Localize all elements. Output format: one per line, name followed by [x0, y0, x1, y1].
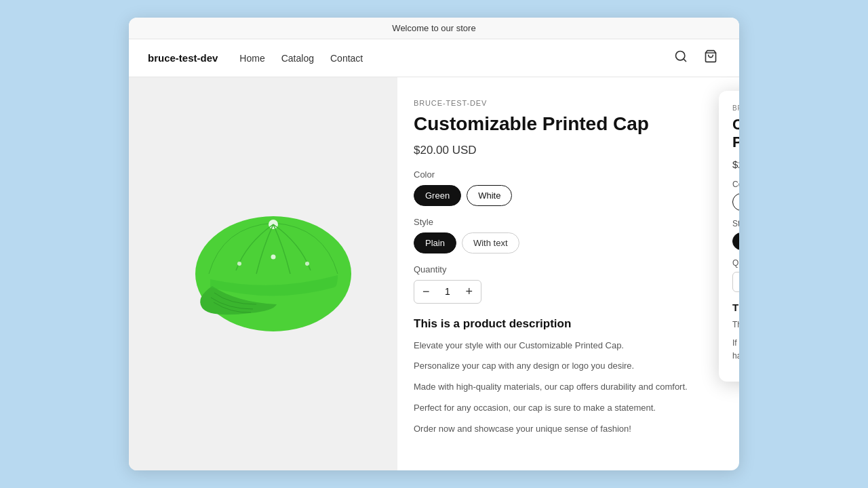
nav-link-home[interactable]: Home	[239, 53, 264, 64]
product-image-section	[129, 77, 397, 470]
quantity-control: − 1 +	[414, 280, 481, 304]
nav-link-contact[interactable]: Contact	[330, 53, 363, 64]
product-desc-p4: Perfect for any occasion, our cap is sur…	[414, 401, 723, 415]
product-desc-heading: This is a product description	[414, 317, 723, 331]
cart-button[interactable]	[701, 47, 720, 69]
color-options: Green White	[414, 185, 723, 206]
quantity-value: 1	[438, 286, 458, 297]
popup-style-options: Plain With text	[732, 232, 739, 250]
product-desc-p5: Order now and showcase your unique sense…	[414, 422, 723, 436]
popup-title: Customizable Printed Cap	[732, 116, 739, 152]
browser-window: Welcome to our store bruce-test-dev Home…	[129, 18, 739, 470]
nav-link-catalog[interactable]: Catalog	[281, 53, 314, 64]
search-button[interactable]	[671, 47, 690, 69]
product-desc-p1: Elevate your style with our Customizable…	[414, 339, 723, 353]
nav-icons	[671, 47, 720, 69]
svg-line-1	[684, 59, 686, 62]
popup-style-option-plain[interactable]: Plain	[732, 232, 739, 250]
svg-point-6	[237, 262, 241, 266]
popup-variant-desc-heading: This is a variant description	[732, 302, 739, 313]
svg-point-5	[271, 255, 276, 260]
variant-popup: BRUCE-TEST-DEV Customizable Printed Cap …	[719, 91, 739, 382]
popup-color-option-green[interactable]: Green	[732, 193, 739, 211]
color-option-green[interactable]: Green	[414, 185, 461, 206]
product-price: $20.00 USD	[414, 144, 723, 157]
product-desc-p3: Made with high-quality materials, our ca…	[414, 380, 723, 394]
style-option-plain[interactable]: Plain	[414, 232, 456, 253]
product-area: BRUCE-TEST-DEV Customizable Printed Cap …	[129, 77, 739, 470]
popup-price: $20.00 USD	[732, 159, 739, 170]
popup-variant-desc-p1: This is a white cap.	[732, 319, 739, 331]
color-label: Color	[414, 169, 723, 180]
svg-point-7	[305, 262, 309, 266]
product-title: Customizable Printed Cap	[414, 113, 723, 136]
popup-color-options: Green White	[732, 193, 739, 211]
popup-quantity-label: Quantity	[732, 258, 739, 268]
style-options: Plain With text	[414, 232, 723, 253]
popup-quantity-control: − 1 +	[732, 272, 739, 292]
nav-bar: bruce-test-dev Home Catalog Contact	[129, 39, 739, 77]
popup-color-label: Color	[732, 180, 739, 189]
color-option-white[interactable]: White	[467, 185, 512, 206]
product-vendor: BRUCE-TEST-DEV	[414, 99, 723, 107]
popup-variant-desc-p2: If you do not wish to add any text to th…	[732, 337, 739, 363]
store-banner: Welcome to our store	[129, 18, 739, 39]
product-desc-p2: Personalize your cap with any design or …	[414, 359, 723, 373]
style-option-with-text[interactable]: With text	[462, 232, 519, 253]
product-image	[168, 192, 358, 355]
cart-icon	[704, 49, 717, 63]
nav-links: Home Catalog Contact	[239, 53, 671, 64]
product-details-section: BRUCE-TEST-DEV Customizable Printed Cap …	[397, 77, 739, 470]
popup-style-label: Style	[732, 219, 739, 228]
banner-text: Welcome to our store	[392, 23, 475, 33]
popup-quantity-decrease-button[interactable]: −	[733, 272, 739, 291]
search-icon	[674, 49, 688, 63]
quantity-label: Quantity	[414, 264, 723, 274]
store-name: bruce-test-dev	[148, 52, 218, 64]
quantity-increase-button[interactable]: +	[457, 281, 481, 303]
style-label: Style	[414, 217, 723, 227]
popup-vendor: BRUCE-TEST-DEV	[732, 104, 739, 112]
quantity-decrease-button[interactable]: −	[414, 281, 438, 303]
